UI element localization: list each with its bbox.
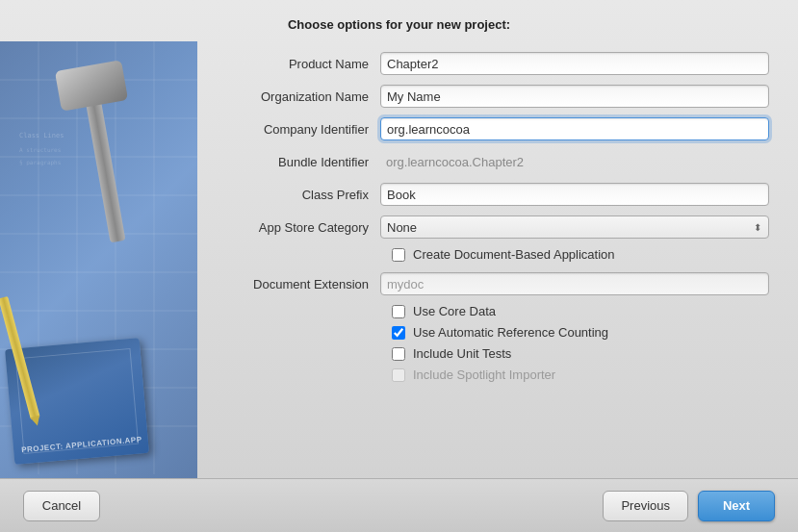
unit-tests-row: Include Unit Tests bbox=[226, 346, 769, 361]
project-label: PROJECT: APPLICATION.APP bbox=[21, 435, 142, 454]
product-name-input[interactable] bbox=[380, 52, 769, 75]
app-store-select-wrapper: None Books Business Education Entertainm… bbox=[380, 215, 769, 239]
bundle-id-row: Bundle Identifier org.learncocoa.Chapter… bbox=[226, 149, 769, 174]
dialog-body: Class Lines A structures § paragraphs bbox=[0, 41, 798, 478]
product-name-label: Product Name bbox=[226, 57, 380, 71]
bundle-id-value: org.learncocoa.Chapter2 bbox=[380, 153, 769, 171]
doc-based-checkbox[interactable] bbox=[392, 248, 405, 262]
next-button[interactable]: Next bbox=[698, 491, 775, 521]
unit-tests-label: Include Unit Tests bbox=[413, 346, 511, 361]
dialog-title: Choose options for your new project: bbox=[0, 0, 798, 41]
core-data-row: Use Core Data bbox=[226, 304, 769, 318]
cancel-button[interactable]: Cancel bbox=[23, 491, 100, 521]
use-arc-label: Use Automatic Reference Counting bbox=[413, 325, 608, 340]
class-prefix-row: Class Prefix bbox=[226, 182, 769, 207]
hammer-icon bbox=[39, 41, 154, 291]
doc-extension-row: Document Extension bbox=[226, 271, 769, 296]
core-data-label: Use Core Data bbox=[413, 304, 496, 318]
company-id-label: Company Identifier bbox=[226, 122, 380, 137]
org-name-label: Organization Name bbox=[226, 89, 380, 104]
dialog-title-text: Choose options for your new project: bbox=[288, 17, 510, 32]
cancel-label: Cancel bbox=[42, 498, 81, 513]
doc-based-row: Create Document-Based Application bbox=[226, 247, 769, 262]
previous-label: Previous bbox=[621, 498, 670, 513]
spotlight-label: Include Spotlight Importer bbox=[413, 367, 555, 382]
company-id-input[interactable] bbox=[380, 117, 769, 140]
doc-extension-input[interactable] bbox=[380, 272, 769, 295]
spotlight-row: Include Spotlight Importer bbox=[226, 367, 769, 382]
unit-tests-checkbox[interactable] bbox=[392, 347, 405, 361]
class-prefix-input[interactable] bbox=[380, 183, 769, 206]
app-store-select[interactable]: None Books Business Education Entertainm… bbox=[380, 215, 769, 239]
spotlight-checkbox[interactable] bbox=[392, 368, 405, 382]
svg-rect-17 bbox=[86, 98, 126, 242]
org-name-input[interactable] bbox=[380, 85, 769, 108]
next-label: Next bbox=[723, 498, 750, 513]
dialog-window: Choose options for your new project: bbox=[0, 0, 798, 532]
previous-button[interactable]: Previous bbox=[603, 491, 688, 521]
company-id-row: Company Identifier bbox=[226, 116, 769, 141]
core-data-checkbox[interactable] bbox=[392, 305, 405, 318]
form-area: Product Name Organization Name Company I… bbox=[197, 41, 798, 478]
class-prefix-label: Class Prefix bbox=[226, 188, 380, 202]
use-arc-checkbox[interactable] bbox=[392, 326, 405, 340]
doc-extension-label: Document Extension bbox=[226, 277, 380, 291]
dialog-footer: Cancel Previous Next bbox=[0, 478, 798, 532]
footer-left: Cancel bbox=[23, 491, 100, 521]
doc-based-label: Create Document-Based Application bbox=[413, 247, 615, 262]
left-decoration: Class Lines A structures § paragraphs bbox=[0, 41, 197, 478]
app-store-label: App Store Category bbox=[226, 220, 380, 235]
product-name-row: Product Name bbox=[226, 51, 769, 76]
arc-row: Use Automatic Reference Counting bbox=[226, 325, 769, 340]
footer-right: Previous Next bbox=[603, 491, 775, 521]
svg-rect-18 bbox=[55, 60, 128, 112]
bundle-id-label: Bundle Identifier bbox=[226, 155, 380, 169]
app-store-row: App Store Category None Books Business E… bbox=[226, 215, 769, 240]
org-name-row: Organization Name bbox=[226, 84, 769, 109]
